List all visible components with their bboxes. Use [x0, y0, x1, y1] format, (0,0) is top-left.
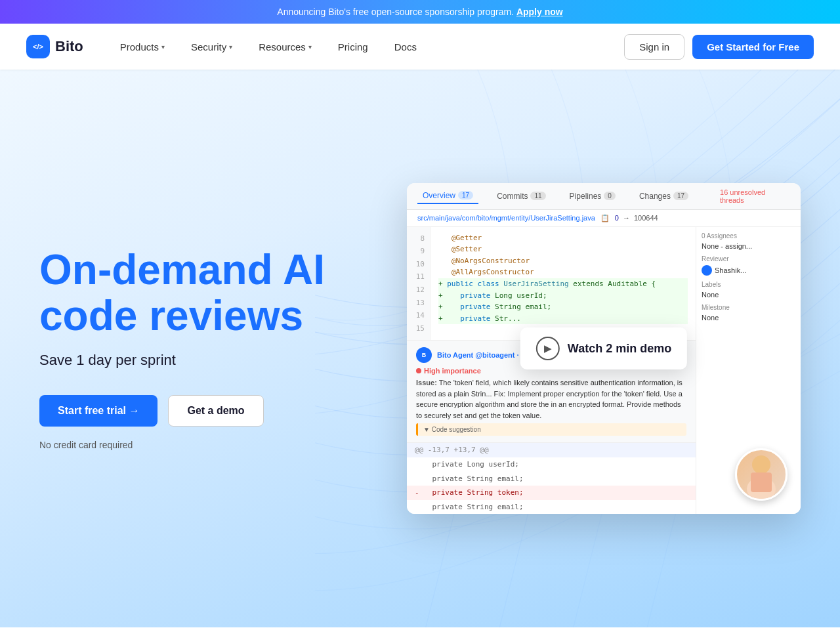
svg-rect-4 [751, 472, 772, 492]
navbar: </> Bito Products ▾ Security ▾ Resources… [0, 24, 840, 70]
signin-button[interactable]: Sign in [624, 34, 684, 60]
priority-dot [416, 368, 421, 373]
hero-section: .wave-line { fill: none; stroke: #5599ff… [0, 70, 840, 627]
navbar-actions: Sign in Get Started for Free [624, 34, 814, 60]
announcement-link[interactable]: Apply now [516, 7, 563, 17]
hero-note: No credit card required [39, 440, 325, 450]
ui-mockup: Overview 17 Commits 11 Pipelines 0 Chang… [407, 183, 801, 514]
play-icon: ▶ [536, 337, 560, 360]
nav-item-docs[interactable]: Docs [384, 36, 427, 58]
mockup-tab-overview[interactable]: Overview 17 [417, 188, 478, 204]
nav-item-security[interactable]: Security ▾ [180, 36, 243, 58]
get-demo-button[interactable]: Get a demo [168, 395, 263, 427]
chevron-down-icon: ▾ [161, 43, 165, 51]
logo-text: Bito [55, 38, 83, 55]
announcement-bar: Announcing Bito's free open-source spons… [0, 0, 840, 24]
mockup-code: 8 9 10 11 12 13 14 15 @Getter @Setter [407, 227, 696, 341]
mockup-tab-changes[interactable]: Changes 17 [634, 189, 694, 203]
code-content: @Getter @Setter @NoArgsConstructor @AllA… [430, 227, 696, 341]
navbar-nav: Products ▾ Security ▾ Resources ▾ Pricin… [110, 36, 624, 58]
mockup-filepath: src/main/java/com/bito/mgmt/entity/UserJ… [407, 210, 801, 227]
start-trial-button[interactable]: Start free trial → [39, 395, 158, 427]
chevron-down-icon: ▾ [229, 43, 232, 51]
logo[interactable]: </> Bito [26, 35, 83, 58]
nav-item-resources[interactable]: Resources ▾ [248, 36, 322, 58]
mockup-header: Overview 17 Commits 11 Pipelines 0 Chang… [407, 183, 801, 210]
chevron-down-icon: ▾ [308, 43, 312, 51]
logo-icon: </> [26, 35, 50, 58]
svg-point-2 [752, 455, 770, 474]
reviewer-avatar [702, 265, 712, 276]
bito-agent-avatar: B [416, 347, 432, 363]
review-text: Issue: The 'token' field, which likely c… [416, 377, 686, 421]
mockup-tab-pipelines[interactable]: Pipelines 0 [564, 189, 621, 203]
code-area: 8 9 10 11 12 13 14 15 @Getter @Setter [407, 227, 696, 514]
watch-demo-button[interactable]: ▶ Watch 2 min demo [520, 327, 687, 369]
svg-text:</>: </> [33, 43, 43, 51]
announcement-text: Announcing Bito's free open-source spons… [277, 7, 514, 17]
hero-buttons: Start free trial → Get a demo [39, 395, 325, 427]
hero-subtitle: Save 1 day per sprint [39, 352, 325, 369]
code-suggestion-toggle[interactable]: ▼ Code suggestion [416, 423, 686, 436]
get-started-button[interactable]: Get Started for Free [692, 35, 814, 59]
nav-item-pricing[interactable]: Pricing [327, 36, 379, 58]
unresolved-badge: 16 unresolved threads [720, 188, 790, 204]
hero-title: On-demand AI code reviews [39, 247, 325, 339]
hero-visual: Overview 17 Commits 11 Pipelines 0 Chang… [325, 183, 801, 514]
mockup-diff: @@ -13,7 +13,7 @@ private Long userId; p… [407, 442, 696, 514]
person-avatar [735, 448, 788, 501]
nav-item-products[interactable]: Products ▾ [110, 36, 175, 58]
priority-badge: High importance [416, 367, 481, 375]
hero-content: On-demand AI code reviews Save 1 day per… [39, 247, 325, 451]
code-line-numbers: 8 9 10 11 12 13 14 15 [407, 227, 430, 341]
mockup-tab-commits[interactable]: Commits 11 [492, 189, 551, 203]
